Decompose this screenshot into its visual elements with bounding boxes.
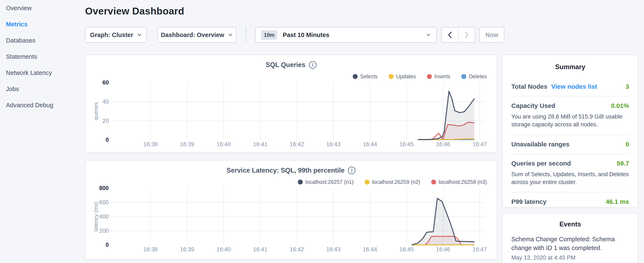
svg-text:16:42: 16:42 bbox=[290, 246, 304, 252]
stat-label: Unavailable ranges bbox=[511, 141, 569, 148]
svg-text:16:45: 16:45 bbox=[400, 246, 414, 252]
dashboard-selector-dropdown[interactable]: Dashboard: Overview bbox=[157, 27, 236, 43]
stat-note: Sum of Selects, Updates, Inserts, and De… bbox=[511, 170, 629, 186]
graph-selector-label: Graph: Cluster bbox=[90, 32, 133, 39]
stat-row-total-nodes: Total Nodes View nodes list 3 bbox=[511, 77, 629, 96]
chevron-left-icon bbox=[447, 31, 453, 39]
sidebar-item-statements[interactable]: Statements bbox=[6, 52, 85, 61]
chevron-right-icon bbox=[464, 31, 470, 39]
toolbar-divider bbox=[246, 27, 246, 43]
stat-note: You are using 28.6 MiB of 515.9 GiB usab… bbox=[511, 113, 629, 129]
svg-text:600: 600 bbox=[99, 199, 109, 205]
stat-row-queries-per-second: Queries per second 59.7 Sum of Selects, … bbox=[511, 154, 629, 192]
time-range-badge: 10m bbox=[261, 30, 277, 40]
svg-text:16:38: 16:38 bbox=[144, 141, 158, 147]
svg-text:20: 20 bbox=[102, 118, 109, 124]
stat-label: Queries per second bbox=[511, 160, 571, 167]
time-range-picker[interactable]: 10m Past 10 Minutes bbox=[255, 27, 437, 43]
event-text: Schema Change Completed: Schema change w… bbox=[511, 235, 629, 252]
svg-text:16:39: 16:39 bbox=[180, 141, 194, 147]
svg-text:16:43: 16:43 bbox=[326, 141, 340, 147]
sql-queries-chart-card: SQL Queries i Selects Updates Inserts De… bbox=[85, 55, 497, 153]
svg-text:16:42: 16:42 bbox=[290, 141, 304, 147]
summary-panel: Summary Total Nodes View nodes list 3 Ca… bbox=[502, 55, 638, 207]
event-item[interactable]: Schema Change Completed: Schema change w… bbox=[511, 235, 629, 261]
svg-text:16:41: 16:41 bbox=[253, 141, 268, 147]
svg-text:queries: queries bbox=[93, 102, 99, 120]
chevron-down-icon bbox=[228, 33, 233, 37]
svg-text:16:39: 16:39 bbox=[180, 246, 194, 252]
time-range-label: Past 10 Minutes bbox=[283, 32, 426, 39]
stat-value: 46.1 ms bbox=[606, 198, 629, 205]
page-title: Overview Dashboard bbox=[85, 5, 184, 17]
sidebar-item-overview[interactable]: Overview bbox=[6, 4, 85, 12]
sidebar-item-advanced-debug[interactable]: Advanced Debug bbox=[6, 101, 85, 109]
chevron-down-icon bbox=[137, 33, 142, 37]
stat-value: 3 bbox=[626, 83, 629, 90]
time-step-forward-button[interactable] bbox=[458, 28, 475, 42]
event-date: May 13, 2020 at 4:45 PM bbox=[511, 254, 629, 261]
svg-text:60: 60 bbox=[102, 79, 109, 86]
svg-text:16:46: 16:46 bbox=[436, 246, 450, 252]
svg-text:16:44: 16:44 bbox=[363, 246, 377, 252]
events-panel: Events Schema Change Completed: Schema c… bbox=[502, 213, 638, 263]
sidebar-item-network-latency[interactable]: Network Latency bbox=[6, 69, 85, 77]
service-latency-chart-card: Service Latency: SQL, 99th percentile i … bbox=[85, 160, 497, 259]
stat-value: 59.7 bbox=[617, 160, 629, 167]
svg-text:latency (ms): latency (ms) bbox=[93, 202, 99, 231]
sql-queries-chart[interactable]: 020406016:3816:3916:4016:4116:4216:4316:… bbox=[86, 55, 497, 152]
svg-text:800: 800 bbox=[99, 185, 109, 191]
stat-value: 0.01% bbox=[611, 102, 629, 109]
view-nodes-list-link[interactable]: View nodes list bbox=[551, 83, 597, 90]
svg-text:16:38: 16:38 bbox=[143, 246, 158, 252]
graph-selector-dropdown[interactable]: Graph: Cluster bbox=[85, 27, 147, 43]
stat-label: P99 latency bbox=[511, 198, 546, 205]
svg-text:0: 0 bbox=[106, 137, 109, 143]
svg-text:16:44: 16:44 bbox=[363, 141, 377, 147]
svg-text:16:45: 16:45 bbox=[400, 141, 414, 147]
toolbar: Graph: Cluster Dashboard: Overview 10m P… bbox=[85, 27, 504, 43]
dashboard-selector-label: Dashboard: Overview bbox=[161, 32, 224, 39]
svg-text:200: 200 bbox=[99, 228, 109, 234]
service-latency-chart[interactable]: 020040060080016:3816:3916:4016:4116:4216… bbox=[86, 161, 497, 259]
sidebar-item-metrics[interactable]: Metrics bbox=[6, 20, 85, 29]
events-heading: Events bbox=[511, 220, 629, 228]
svg-text:16:47: 16:47 bbox=[473, 141, 487, 147]
svg-text:400: 400 bbox=[99, 213, 109, 220]
svg-text:16:43: 16:43 bbox=[326, 246, 340, 252]
svg-text:16:40: 16:40 bbox=[217, 141, 231, 147]
svg-text:16:40: 16:40 bbox=[217, 246, 231, 252]
svg-text:16:46: 16:46 bbox=[436, 141, 450, 147]
time-step-back-button[interactable] bbox=[442, 28, 458, 42]
svg-text:16:41: 16:41 bbox=[253, 246, 268, 252]
stat-label: Total Nodes bbox=[511, 83, 547, 90]
time-step-buttons bbox=[441, 27, 475, 43]
stat-row-capacity-used: Capacity Used 0.01% You are using 28.6 M… bbox=[511, 96, 629, 134]
summary-heading: Summary bbox=[511, 63, 629, 71]
stat-value: 0 bbox=[626, 141, 629, 148]
chevron-down-icon bbox=[426, 33, 431, 37]
stat-label: Capacity Used bbox=[511, 102, 555, 109]
sidebar-item-jobs[interactable]: Jobs bbox=[6, 85, 85, 93]
now-button[interactable]: Now bbox=[480, 27, 504, 43]
svg-text:0: 0 bbox=[106, 242, 109, 248]
svg-text:40: 40 bbox=[102, 99, 109, 105]
stat-row-p99-latency: P99 latency 46.1 ms bbox=[511, 192, 629, 211]
sidebar: Overview Metrics Databases Statements Ne… bbox=[0, 0, 85, 263]
stat-row-unavailable-ranges: Unavailable ranges 0 bbox=[511, 134, 629, 154]
svg-text:16:47: 16:47 bbox=[473, 246, 487, 252]
sidebar-item-databases[interactable]: Databases bbox=[6, 36, 85, 45]
